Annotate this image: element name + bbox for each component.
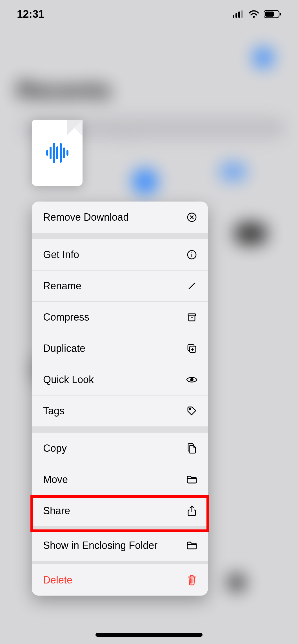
- archivebox-icon: [186, 312, 198, 322]
- plus-square-on-square-icon: [186, 343, 198, 354]
- menu-item-rename[interactable]: Rename: [32, 270, 208, 301]
- svg-rect-0: [233, 15, 234, 18]
- folder-icon: [186, 475, 198, 484]
- svg-rect-6: [265, 12, 274, 17]
- context-menu: Remove Download Get Info Rename Compress: [32, 202, 208, 596]
- share-icon: [186, 505, 198, 517]
- cellular-signal-icon: [233, 10, 244, 18]
- menu-item-duplicate[interactable]: Duplicate: [32, 333, 208, 364]
- menu-item-label: Compress: [43, 311, 89, 323]
- menu-group: Show in Enclosing Folder: [32, 530, 208, 561]
- menu-item-label: Rename: [43, 280, 81, 292]
- menu-item-move[interactable]: Move: [32, 464, 208, 495]
- menu-item-delete[interactable]: Delete: [32, 564, 208, 596]
- folder-icon: [186, 541, 198, 550]
- menu-item-label: Move: [43, 474, 68, 486]
- menu-item-label: Quick Look: [43, 374, 94, 386]
- wifi-icon: [248, 10, 259, 18]
- svg-rect-3: [241, 10, 243, 18]
- menu-item-label: Tags: [43, 405, 65, 417]
- audio-waveform-icon: [46, 143, 68, 163]
- eye-icon: [186, 375, 198, 384]
- menu-item-quick-look[interactable]: Quick Look: [32, 364, 208, 395]
- menu-item-compress[interactable]: Compress: [32, 301, 208, 333]
- tag-icon: [186, 406, 198, 416]
- svg-point-10: [191, 252, 192, 253]
- menu-separator: [32, 561, 208, 564]
- svg-rect-2: [238, 12, 240, 18]
- menu-item-get-info[interactable]: Get Info: [32, 239, 208, 270]
- x-circle-icon: [186, 212, 198, 222]
- svg-point-14: [189, 408, 191, 410]
- menu-item-label: Remove Download: [43, 211, 129, 223]
- menu-item-share[interactable]: Share: [32, 495, 208, 526]
- svg-rect-1: [235, 13, 237, 18]
- doc-on-doc-icon: [186, 443, 198, 454]
- menu-item-copy[interactable]: Copy: [32, 433, 208, 464]
- menu-group: Get Info Rename Compress Duplicate Quick…: [32, 239, 208, 426]
- svg-rect-11: [188, 314, 195, 316]
- menu-item-label: Show in Enclosing Folder: [43, 540, 157, 551]
- battery-icon: [264, 10, 281, 18]
- menu-item-show-in-enclosing-folder[interactable]: Show in Enclosing Folder: [32, 530, 208, 561]
- page-fold-icon: [67, 120, 83, 135]
- menu-item-remove-download[interactable]: Remove Download: [32, 202, 208, 233]
- home-indicator: [95, 633, 203, 637]
- svg-point-13: [190, 378, 194, 381]
- menu-group: Delete: [32, 564, 208, 596]
- menu-group: Copy Move Share: [32, 433, 208, 526]
- menu-group: Remove Download: [32, 202, 208, 233]
- menu-separator: [32, 233, 208, 239]
- menu-item-label: Share: [43, 505, 70, 517]
- svg-rect-7: [280, 13, 281, 15]
- file-thumbnail[interactable]: [32, 120, 83, 186]
- menu-item-label: Copy: [43, 442, 67, 454]
- status-time: 12:31: [17, 8, 44, 20]
- pencil-icon: [186, 281, 198, 291]
- menu-item-label: Delete: [43, 574, 72, 586]
- menu-item-tags[interactable]: Tags: [32, 395, 208, 426]
- trash-icon: [186, 575, 198, 585]
- page-title-blurred: Recents: [17, 76, 111, 104]
- menu-separator: [32, 426, 208, 433]
- info-circle-icon: [186, 250, 198, 260]
- menu-item-label: Duplicate: [43, 343, 85, 354]
- menu-item-label: Get Info: [43, 249, 79, 261]
- menu-separator: [32, 526, 208, 530]
- svg-point-4: [253, 16, 255, 18]
- status-bar: 12:31: [0, 0, 298, 28]
